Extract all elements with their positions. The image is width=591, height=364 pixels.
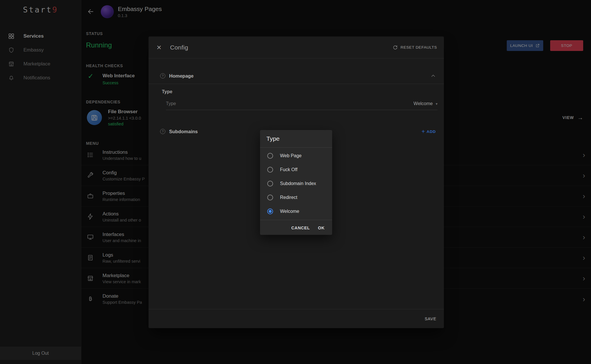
type-options-list: Web Page Fuck Off Subdomain Index Redire… bbox=[260, 148, 332, 218]
radio-icon[interactable] bbox=[267, 181, 273, 186]
cancel-button[interactable]: CANCEL bbox=[291, 226, 310, 230]
radio-option-label: Welcome bbox=[280, 209, 299, 214]
ok-button[interactable]: OK bbox=[318, 226, 325, 230]
radio-option-web-page[interactable]: Web Page bbox=[260, 149, 332, 163]
radio-option-welcome[interactable]: Welcome bbox=[260, 204, 332, 218]
screen: Start9 Services Embassy Marketplace bbox=[0, 0, 591, 364]
radio-icon[interactable] bbox=[267, 195, 273, 200]
radio-option-label: Web Page bbox=[280, 153, 301, 158]
radio-option-label: Subdomain Index bbox=[280, 181, 316, 186]
radio-option-label: Redirect bbox=[280, 195, 297, 200]
radio-option-subdomain-index[interactable]: Subdomain Index bbox=[260, 177, 332, 191]
radio-option-redirect[interactable]: Redirect bbox=[260, 191, 332, 204]
alert-buttons: CANCEL OK bbox=[260, 220, 332, 236]
radio-option-fuck-off[interactable]: Fuck Off bbox=[260, 163, 332, 177]
radio-icon[interactable] bbox=[267, 167, 273, 173]
type-dialog-title: Type bbox=[260, 130, 332, 148]
type-dialog: Type Web Page Fuck Off Subdomain Index R… bbox=[260, 130, 332, 235]
radio-icon[interactable] bbox=[267, 153, 273, 159]
radio-icon[interactable] bbox=[267, 208, 273, 214]
radio-option-label: Fuck Off bbox=[280, 167, 297, 172]
